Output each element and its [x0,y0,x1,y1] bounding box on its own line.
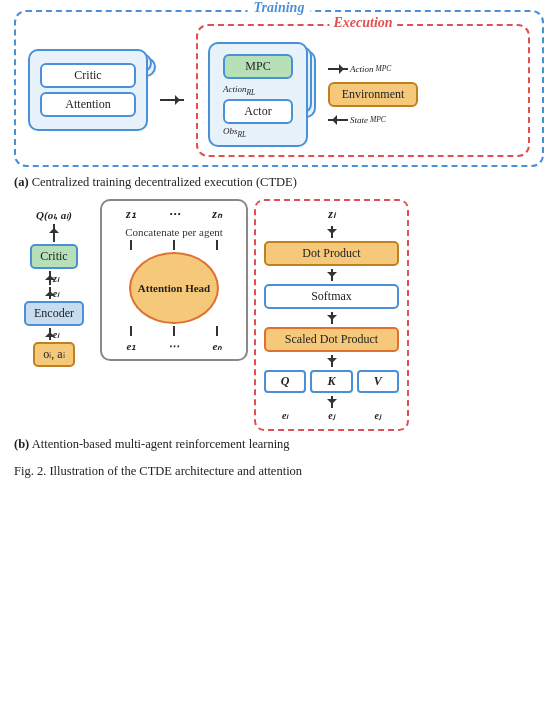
softmax-box: Softmax [264,284,399,309]
attention-head-label: Attention Head [138,282,210,294]
arrowhead-left [327,115,337,125]
e-qkv-row: eᵢ eⱼ eⱼ [264,410,399,421]
arrow-scaled-dot [331,312,333,324]
eN-label: eₙ [213,340,222,353]
attention-box: Attention [40,92,136,117]
arrow-bot1 [130,326,132,336]
exec-right-arrows: ActionMPC Environment StateMPC [328,64,418,125]
state-mpc-group: StateMPC [328,115,386,125]
training-card-main: Critic Attention [28,49,148,131]
arrow-qkv [331,355,333,367]
action-rl-label: ActionRL [223,84,293,97]
z-row: z₁ ⋯ zₙ [110,207,238,222]
zi-arrow-area: zᵢ [49,271,59,285]
dots-label: ⋯ [168,207,180,222]
zi-right-label: zᵢ [264,207,399,222]
training-to-actor-arrow [158,79,186,101]
caption-b-area: (b) Attention-based multi-agent reinforc… [14,435,544,481]
arrows-from-bottom [110,326,238,336]
execution-title: Execution [329,15,396,31]
actor-stack-main: MPC ActionRL Actor ObsRL [208,42,308,147]
critic-box: Critic [40,63,136,88]
zN-label: zₙ [212,207,222,222]
arrow-line [160,99,184,101]
fig-b-area: Q(oᵢ, aᵢ) Critic zᵢ eᵢ Encoder eᵢ oᵢ, aᵢ… [14,199,544,431]
q-box: Q [264,370,306,393]
k-box: K [310,370,352,393]
qkv-row: Q K V [264,370,399,393]
arrow1 [130,240,132,250]
attention-head-box: Attention Head [129,252,219,324]
arrow-action-mpc [328,68,348,70]
arrow-ei2 [49,328,51,340]
environment-box: Environment [328,82,418,107]
arrow-e-qkv [331,396,333,408]
scaled-dot-box: Scaled Dot Product [264,327,399,352]
oi-ai-box: oᵢ, aᵢ [33,342,74,367]
training-title: Training [248,0,311,16]
e-row: e₁ ⋯ eₙ [110,340,238,353]
e1-label: e₁ [127,340,136,353]
ei-arrow-area: eᵢ [49,287,59,299]
fig-a-inner: Critic Attention Execution [28,24,530,157]
v-box: V [357,370,399,393]
ei2-arrow-area: eᵢ [49,328,59,340]
bottom-caption: Fig. 2. Illustration of the CTDE archite… [14,462,544,481]
encoder-box: Encoder [24,301,84,326]
caption-a-text: Centralized training decentralized execu… [29,175,297,189]
ej-v-label: eⱼ [357,410,399,421]
arrow-head [175,95,185,105]
qi-label: Q(oᵢ, aᵢ) [36,209,72,222]
concat-label: Concatenate per agent [110,226,238,238]
arrow-state [328,119,348,121]
z1-label: z₁ [126,207,136,222]
arrow-bot3 [216,326,218,336]
fig-a-container: Training Critic Attention Execution [14,10,544,167]
arrow-softmax [331,269,333,281]
dot-product-box: Dot Product [264,241,399,266]
caption-b-letter: (b) [14,437,29,451]
action-mpc-group: ActionMPC [328,64,391,74]
training-stack: Critic Attention [28,49,158,131]
dots2-label: ⋯ [168,340,179,353]
exec-inner: MPC ActionRL Actor ObsRL [208,42,518,147]
mpc-box: MPC [223,54,293,79]
arrowhead [339,64,349,74]
arrow-dot-product [331,226,333,238]
arrow-bot2 [173,326,175,336]
main-container: Training Critic Attention Execution [0,0,558,491]
arrow2 [173,240,175,250]
fig-b-right: zᵢ Dot Product Softmax Scaled Dot Produc… [254,199,409,431]
caption-a: (a) Centralized training decentralized e… [14,173,544,192]
arrow-qi-up [53,224,55,242]
caption-b: (b) Attention-based multi-agent reinforc… [14,435,544,454]
fig-b-left: Q(oᵢ, aᵢ) Critic zᵢ eᵢ Encoder eᵢ oᵢ, aᵢ [14,199,94,367]
caption-b-text: Attention-based multi-agent reinforcemen… [29,437,289,451]
arrow-ei [49,287,51,299]
fig-b-mid: z₁ ⋯ zₙ Concatenate per agent Attention … [100,199,248,361]
arrows-to-attention [110,240,238,250]
actor-mpc-group: MPC ActionRL Actor ObsRL [218,50,298,139]
execution-outer: Execution MPC ActionRL [196,24,530,157]
ej-k-label: eⱼ [310,410,352,421]
actor-stack-wrap: MPC ActionRL Actor ObsRL [208,42,318,147]
critic-left-box: Critic [30,244,77,269]
caption-a-letter: (a) [14,175,29,189]
arrow-zi [49,271,51,285]
actor-box: Actor [223,99,293,124]
arrow3 [216,240,218,250]
obs-rl-label: ObsRL [223,126,293,139]
ei-q-label: eᵢ [264,410,306,421]
